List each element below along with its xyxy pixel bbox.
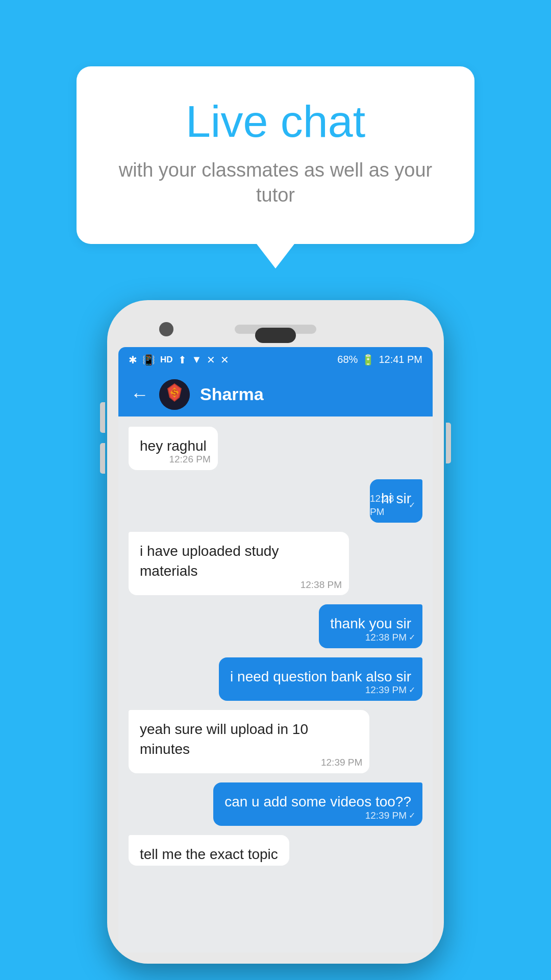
- message-timestamp: 12:38 PM: [300, 578, 342, 592]
- message-received-1: hey raghul 12:26 PM: [129, 427, 218, 470]
- front-camera: [159, 322, 173, 336]
- phone-screen: ✱ 📳 HD ⬆ ▼ ✕ ✕ 68% 🔋 12:41 PM ←: [118, 347, 433, 952]
- message-text: i have uploaded study materials: [140, 543, 279, 579]
- read-receipt-icon: ✓: [409, 810, 415, 821]
- message-received-3: i have uploaded study materials 12:38 PM: [129, 532, 349, 595]
- svg-text:S: S: [172, 388, 178, 397]
- message-timestamp: 12:39 PM ✓: [365, 683, 415, 697]
- phone-top-hardware: [118, 311, 433, 347]
- battery-percent: 68%: [337, 354, 358, 365]
- contact-name: Sharma: [200, 384, 420, 404]
- volume-down-button: [100, 443, 105, 474]
- feature-title: Live chat: [117, 97, 434, 146]
- data-icon: ⬆: [178, 354, 187, 366]
- signal-icon: ✕: [207, 354, 215, 366]
- message-sent-7: can u add some videos too?? 12:39 PM ✓: [213, 782, 422, 826]
- message-text: can u add some videos too??: [224, 794, 411, 810]
- no-sim-icon: ✕: [220, 354, 229, 366]
- back-button[interactable]: ←: [131, 384, 149, 405]
- battery-icon: 🔋: [362, 354, 374, 366]
- status-bar-left-icons: ✱ 📳 HD ⬆ ▼ ✕ ✕: [129, 354, 229, 366]
- message-text: thank you sir: [330, 616, 411, 631]
- message-sent-5: i need question bank also sir 12:39 PM ✓: [219, 657, 422, 701]
- message-timestamp: 12:26 PM: [169, 453, 210, 467]
- message-text: i need question bank also sir: [230, 669, 411, 684]
- message-timestamp: 12:38 PM ✓: [365, 631, 415, 645]
- message-received-8: tell me the exact topic: [129, 835, 289, 866]
- phone-mockup: ✱ 📳 HD ⬆ ▼ ✕ ✕ 68% 🔋 12:41 PM ←: [107, 300, 444, 964]
- message-text: hey raghul: [140, 438, 207, 454]
- chat-messages-area[interactable]: hey raghul 12:26 PM hi sir 12:28 PM ✓ i …: [118, 416, 433, 952]
- status-bar-right-info: 68% 🔋 12:41 PM: [337, 354, 422, 366]
- clock: 12:41 PM: [379, 354, 422, 365]
- hd-icon: HD: [160, 355, 173, 365]
- read-receipt-icon: ✓: [409, 684, 415, 696]
- fingerprint-sensor: [255, 328, 296, 343]
- message-timestamp: 12:39 PM ✓: [365, 809, 415, 823]
- message-received-6: yeah sure will upload in 10 minutes 12:3…: [129, 710, 369, 773]
- feature-card: Live chat with your classmates as well a…: [77, 66, 474, 244]
- message-sent-2: hi sir 12:28 PM ✓: [370, 479, 422, 523]
- chat-app-header: ← S Sharma: [118, 373, 433, 416]
- feature-subtitle: with your classmates as well as your tut…: [117, 158, 434, 208]
- status-bar: ✱ 📳 HD ⬆ ▼ ✕ ✕ 68% 🔋 12:41 PM: [118, 347, 433, 373]
- message-timestamp: 12:28 PM ✓: [370, 492, 415, 519]
- message-sent-4: thank you sir 12:38 PM ✓: [319, 604, 422, 648]
- power-button: [446, 423, 451, 463]
- message-text: tell me the exact topic: [140, 846, 278, 862]
- superman-avatar-icon: S: [159, 379, 190, 410]
- message-text: yeah sure will upload in 10 minutes: [140, 721, 308, 757]
- message-timestamp: 12:39 PM: [321, 756, 362, 770]
- contact-avatar: S: [159, 379, 190, 410]
- phone-body: ✱ 📳 HD ⬆ ▼ ✕ ✕ 68% 🔋 12:41 PM ←: [107, 300, 444, 964]
- bluetooth-icon: ✱: [129, 354, 137, 366]
- read-receipt-icon: ✓: [409, 632, 415, 643]
- volume-up-button: [100, 402, 105, 433]
- vibrate-icon: 📳: [142, 354, 155, 366]
- wifi-icon: ▼: [192, 354, 202, 365]
- read-receipt-icon: ✓: [409, 500, 415, 511]
